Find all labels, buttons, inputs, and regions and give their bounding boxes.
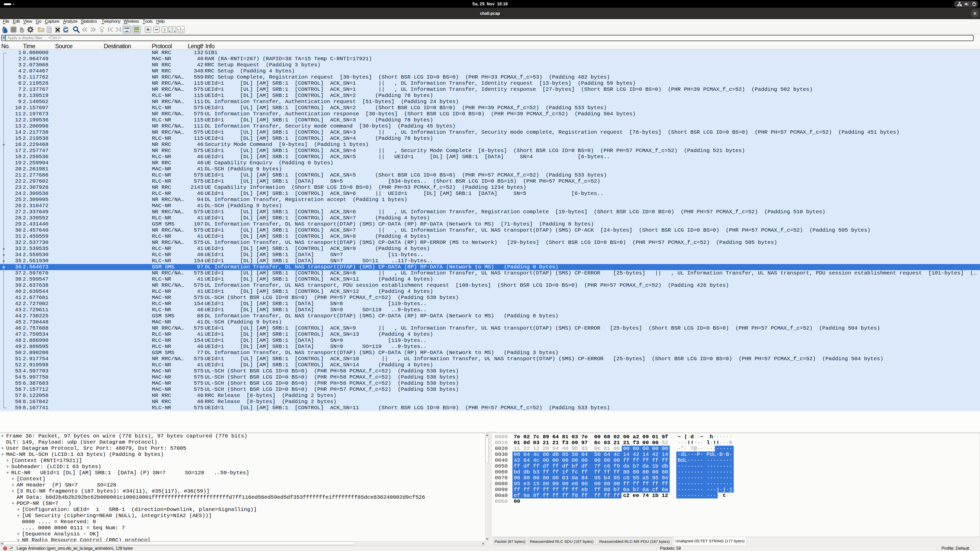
svg-text:1: 1 — [164, 27, 165, 32]
svg-text:1: 1 — [180, 27, 181, 29]
svg-text:0101: 0101 — [48, 28, 51, 30]
svg-text:3: 3 — [182, 30, 183, 33]
svg-text:0111: 0111 — [48, 32, 51, 33]
svg-text:0110: 0110 — [48, 30, 51, 32]
svg-text:2: 2 — [178, 30, 180, 33]
